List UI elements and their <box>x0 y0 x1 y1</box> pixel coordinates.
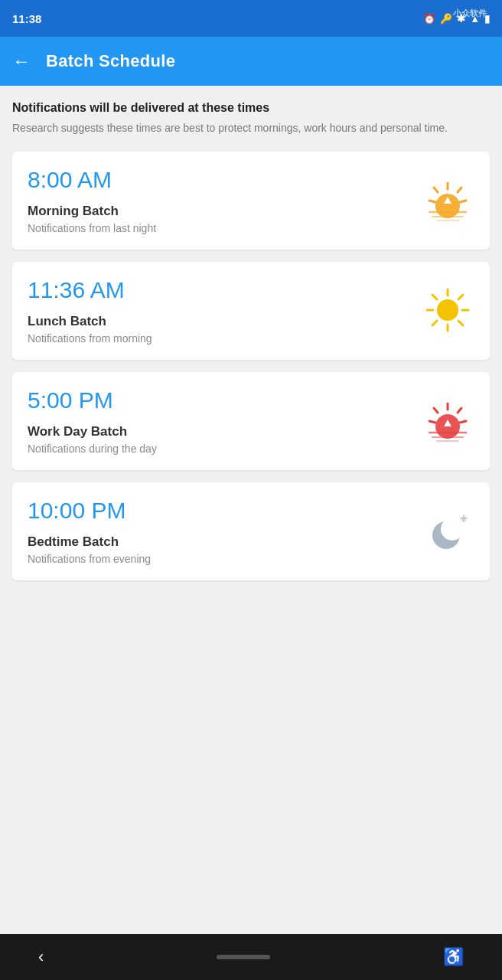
nav-home-pill[interactable] <box>217 955 270 959</box>
workday-time: 5:00 PM <box>28 387 421 413</box>
lunch-card-content: 11:36 AM Lunch Batch Notifications from … <box>28 277 421 345</box>
svg-line-3 <box>434 188 438 192</box>
moon-icon <box>421 505 474 558</box>
lunch-name: Lunch Batch <box>28 314 421 329</box>
content-area: Notifications will be delivered at these… <box>0 86 502 605</box>
bedtime-desc: Notifications from evening <box>28 553 421 565</box>
description-block: Notifications will be delivered at these… <box>12 101 490 136</box>
svg-line-5 <box>460 201 466 202</box>
svg-point-30 <box>441 518 464 541</box>
svg-line-16 <box>458 321 463 325</box>
sunrise-svg <box>423 175 473 225</box>
schedule-card-workday[interactable]: 5:00 PM Work Day Batch Notifications dur… <box>12 372 490 470</box>
svg-line-15 <box>432 295 437 299</box>
watermark: 小众软件 <box>453 8 487 19</box>
svg-line-2 <box>458 188 461 192</box>
lunch-desc: Notifications from morning <box>28 332 421 345</box>
key-icon: 🔑 <box>440 13 452 24</box>
back-button[interactable]: ← <box>12 51 31 72</box>
alarm-icon: ⏰ <box>423 13 435 24</box>
sunset-icon <box>421 394 474 448</box>
sunset-svg <box>423 396 473 446</box>
lunch-time: 11:36 AM <box>28 277 421 303</box>
bottom-nav: ‹ ♿ <box>0 934 502 980</box>
sun-svg <box>423 286 473 335</box>
morning-name: Morning Batch <box>28 204 421 219</box>
svg-line-17 <box>458 295 463 299</box>
status-icons: ⏰ 🔑 ✱ ▲ ▮ 小众软件 <box>423 13 490 24</box>
schedule-card-lunch[interactable]: 11:36 AM Lunch Batch Notifications from … <box>12 262 490 360</box>
morning-card-content: 8:00 AM Morning Batch Notifications from… <box>28 167 421 234</box>
svg-line-21 <box>458 408 461 413</box>
morning-desc: Notifications from last night <box>28 222 421 234</box>
svg-line-22 <box>434 408 438 413</box>
status-bar: 11:38 ⏰ 🔑 ✱ ▲ ▮ 小众软件 <box>0 0 502 37</box>
description-title: Notifications will be delivered at these… <box>12 101 490 115</box>
svg-line-23 <box>429 421 435 423</box>
bedtime-card-content: 10:00 PM Bedtime Batch Notifications fro… <box>28 498 421 565</box>
svg-line-4 <box>429 201 435 202</box>
workday-desc: Notifications during the day <box>28 443 421 455</box>
svg-line-18 <box>432 321 437 325</box>
bedtime-time: 10:00 PM <box>28 498 421 524</box>
svg-point-32 <box>461 517 465 521</box>
description-subtitle: Research suggests these times are best t… <box>12 121 490 136</box>
svg-line-24 <box>460 421 466 423</box>
status-time: 11:38 <box>12 12 41 25</box>
schedule-card-morning[interactable]: 8:00 AM Morning Batch Notifications from… <box>12 152 490 250</box>
app-bar-title: Batch Schedule <box>46 51 175 71</box>
sunrise-icon <box>421 174 474 227</box>
workday-card-content: 5:00 PM Work Day Batch Notifications dur… <box>28 387 421 455</box>
workday-name: Work Day Batch <box>28 424 421 439</box>
nav-accessibility-button[interactable]: ♿ <box>443 947 464 967</box>
svg-point-10 <box>437 299 458 321</box>
sun-icon <box>421 284 474 338</box>
moon-svg <box>423 506 473 556</box>
app-bar: ← Batch Schedule <box>0 37 502 86</box>
bedtime-name: Bedtime Batch <box>28 534 421 550</box>
morning-time: 8:00 AM <box>28 167 421 193</box>
schedule-card-bedtime[interactable]: 10:00 PM Bedtime Batch Notifications fro… <box>12 482 490 580</box>
nav-back-button[interactable]: ‹ <box>38 947 44 967</box>
